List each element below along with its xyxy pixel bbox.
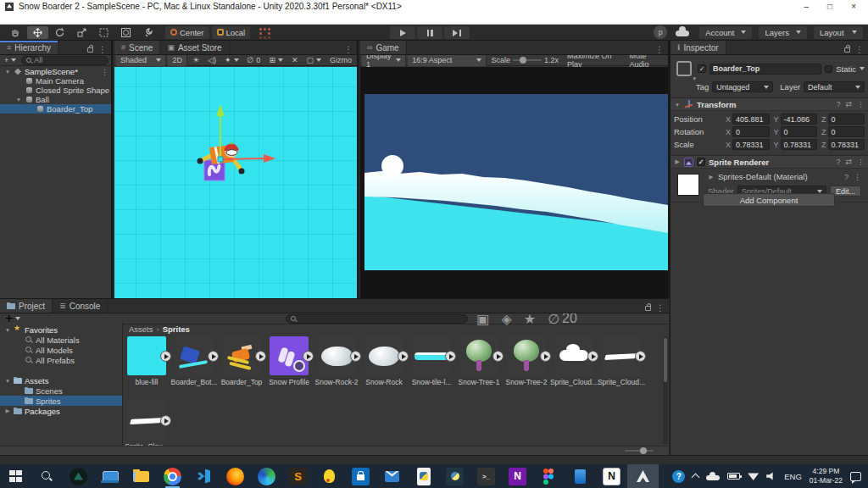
help-icon[interactable]: ? xyxy=(836,158,840,166)
panel-menu-icon[interactable]: ⋮ xyxy=(655,45,664,54)
chevron-up-icon[interactable] xyxy=(692,474,700,482)
hidden-objects-toggle[interactable]: ∅0 xyxy=(244,55,264,66)
expand-sprite-icon[interactable] xyxy=(255,351,266,362)
transform-y-field[interactable]: -41.086 xyxy=(781,114,817,125)
gizmos-dropdown[interactable]: Gizmo xyxy=(326,55,355,66)
maximize-on-play-toggle[interactable]: Maximize On Play xyxy=(564,55,624,66)
asset-thumbnail[interactable] xyxy=(222,336,261,375)
2d-toggle[interactable]: 2D xyxy=(168,55,187,66)
transform-z-field[interactable]: 0.78331 xyxy=(828,139,865,150)
taskbar-chrome-icon[interactable] xyxy=(157,464,188,488)
account-dropdown[interactable]: Account xyxy=(699,26,752,39)
tag-dropdown[interactable]: Untagged xyxy=(712,81,773,92)
transform-tool-icon[interactable] xyxy=(115,26,136,39)
scene-audio-icon[interactable]: ◁) xyxy=(204,55,220,66)
tab-project[interactable]: Project xyxy=(0,299,53,313)
create-object-button[interactable]: + xyxy=(3,55,18,66)
pause-button[interactable] xyxy=(417,26,442,39)
expand-arrow-icon[interactable] xyxy=(674,102,681,108)
asset-snow-profile[interactable]: Snow Profile xyxy=(270,336,309,386)
asset-thumbnail[interactable] xyxy=(317,336,356,375)
asset-sprite-cloud-3[interactable]: Sprite_Clou... xyxy=(127,401,166,446)
scale-slider[interactable]: Scale 1.2x xyxy=(488,55,563,66)
asset-snow-tree-2[interactable]: Snow-Tree-2 xyxy=(507,336,546,386)
hierarchy-search-input[interactable]: All xyxy=(21,56,108,65)
asset-boarder-top[interactable]: Boarder_Top xyxy=(222,336,261,386)
transform-z-field[interactable]: 0 xyxy=(828,126,865,137)
minimize-button[interactable]: – xyxy=(804,2,810,11)
project-tree-favorites[interactable]: Favorites xyxy=(0,324,122,335)
taskbar-edge-icon[interactable] xyxy=(251,464,282,488)
language-indicator[interactable]: ENG xyxy=(784,472,802,481)
expand-arrow-icon[interactable] xyxy=(4,69,11,75)
transform-y-field[interactable]: 0 xyxy=(781,126,817,137)
taskbar-vscode-icon[interactable] xyxy=(188,464,220,488)
expand-sprite-icon[interactable] xyxy=(540,351,551,362)
taskbar-unity-icon[interactable] xyxy=(627,464,659,488)
material-preview-swatch[interactable] xyxy=(677,174,699,196)
layout-dropdown[interactable]: Layout xyxy=(814,26,863,39)
tab-hierarchy[interactable]: ≡ Hierarchy xyxy=(0,41,58,54)
layers-dropdown[interactable]: Layers xyxy=(759,26,807,39)
panel-menu-icon[interactable]: ⋮ xyxy=(656,303,665,313)
tab-scene[interactable]: # Scene xyxy=(114,41,160,54)
asset-snow-tile[interactable]: Snow-tile-l... xyxy=(412,336,451,386)
project-tree-all-materials[interactable]: All Materials xyxy=(0,335,122,345)
expand-sprite-icon[interactable] xyxy=(635,351,646,362)
battery-icon[interactable] xyxy=(727,473,740,480)
play-button[interactable] xyxy=(390,26,415,39)
component-menu-icon[interactable]: ⋮ xyxy=(857,158,865,166)
expand-arrow-icon[interactable] xyxy=(708,174,715,180)
expand-sprite-icon[interactable] xyxy=(160,415,171,426)
asset-thumbnail[interactable] xyxy=(127,336,166,375)
project-tree-packages[interactable]: Packages xyxy=(0,406,122,416)
tab-asset-store[interactable]: ▣ Asset Store xyxy=(160,41,229,54)
breadcrumb-assets[interactable]: Assets xyxy=(129,324,153,334)
taskbar-sublime-icon[interactable] xyxy=(282,464,314,488)
panel-menu-icon[interactable]: ⋮ xyxy=(98,45,107,54)
taskbar-onenote-icon[interactable] xyxy=(502,464,533,488)
expand-sprite-icon[interactable] xyxy=(350,351,361,362)
presets-icon[interactable]: ⇄ xyxy=(845,158,852,166)
project-tree-sprites[interactable]: Sprites xyxy=(0,396,122,406)
asset-sprite-cloud-2[interactable]: Sprite_Cloud... xyxy=(602,336,641,386)
taskbar-store-icon[interactable] xyxy=(345,464,376,488)
asset-thumbnail[interactable] xyxy=(602,336,641,375)
asset-boarder-bot[interactable]: Boarder_Bot... xyxy=(175,336,214,386)
project-tree-scenes[interactable]: Scenes xyxy=(0,385,122,396)
panel-menu-icon[interactable]: ⋮ xyxy=(855,45,864,54)
help-icon[interactable]: ? xyxy=(672,470,685,483)
component-tools-icon[interactable]: ✕ xyxy=(288,55,302,66)
transform-x-field[interactable]: 0.78331 xyxy=(732,139,769,150)
scale-slider-track[interactable] xyxy=(513,59,542,61)
lock-icon[interactable] xyxy=(844,47,850,53)
transform-y-field[interactable]: 0.78331 xyxy=(781,139,817,150)
cloud-services-icon[interactable] xyxy=(674,26,693,38)
transform-component-header[interactable]: Transform ? ⇄ ⋮ xyxy=(670,97,868,111)
transform-z-field[interactable]: 0 xyxy=(828,114,865,125)
expand-sprite-icon[interactable] xyxy=(160,351,171,362)
asset-sprite-cloud-1[interactable]: Sprite_Cloud... xyxy=(554,336,593,386)
taskbar-start-button[interactable] xyxy=(0,464,31,488)
thumbnail-size-slider[interactable] xyxy=(625,450,654,452)
hand-tool-icon[interactable] xyxy=(5,26,26,39)
project-tree-item[interactable] xyxy=(0,365,122,375)
rotate-tool-icon[interactable] xyxy=(49,26,70,39)
static-checkbox[interactable] xyxy=(825,65,832,73)
asset-thumbnail[interactable] xyxy=(364,336,403,375)
pivot-mode-button[interactable]: Center xyxy=(165,26,209,39)
scale-slider-knob[interactable] xyxy=(520,57,526,64)
tab-game[interactable]: ∞ Game xyxy=(360,41,407,54)
help-icon[interactable]: ? xyxy=(836,100,840,108)
onedrive-icon[interactable] xyxy=(706,472,720,480)
asset-snow-rock-2[interactable]: Snow-Rock-2 xyxy=(317,336,356,386)
maximize-button[interactable]: □ xyxy=(827,2,832,11)
shading-mode-dropdown[interactable]: Shaded xyxy=(116,55,166,66)
project-search-input[interactable] xyxy=(286,314,468,324)
project-tree-all-models[interactable]: All Models xyxy=(0,345,122,355)
vertical-scrollbar[interactable] xyxy=(663,336,668,445)
custom-tool-icon[interactable] xyxy=(137,26,159,39)
expand-arrow-icon[interactable] xyxy=(4,408,11,414)
transform-x-field[interactable]: 405.881 xyxy=(732,114,769,125)
orientation-mode-button[interactable]: Local xyxy=(212,26,251,39)
